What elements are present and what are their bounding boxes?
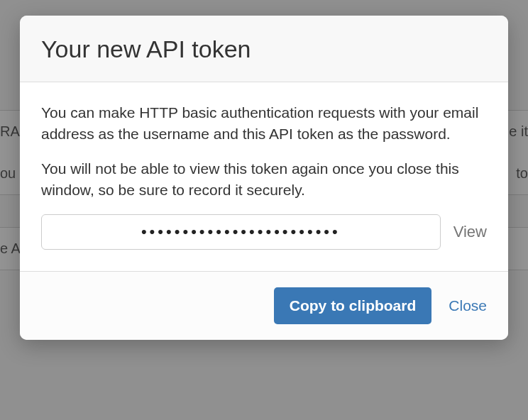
- api-token-modal: Your new API token You can make HTTP bas…: [20, 16, 508, 340]
- copy-to-clipboard-button[interactable]: Copy to clipboard: [274, 287, 432, 324]
- modal-paragraph: You will not be able to view this token …: [41, 158, 487, 201]
- modal-title: Your new API token: [41, 35, 487, 63]
- modal-paragraph: You can make HTTP basic authentication r…: [41, 102, 487, 145]
- modal-header: Your new API token: [20, 16, 508, 82]
- modal-body: You can make HTTP basic authentication r…: [20, 82, 508, 271]
- view-token-button[interactable]: View: [453, 223, 487, 241]
- token-row: •••••••••••••••••••••••• View: [41, 214, 487, 250]
- token-field[interactable]: ••••••••••••••••••••••••: [41, 214, 441, 250]
- close-button[interactable]: Close: [449, 297, 487, 314]
- modal-footer: Copy to clipboard Close: [20, 271, 508, 340]
